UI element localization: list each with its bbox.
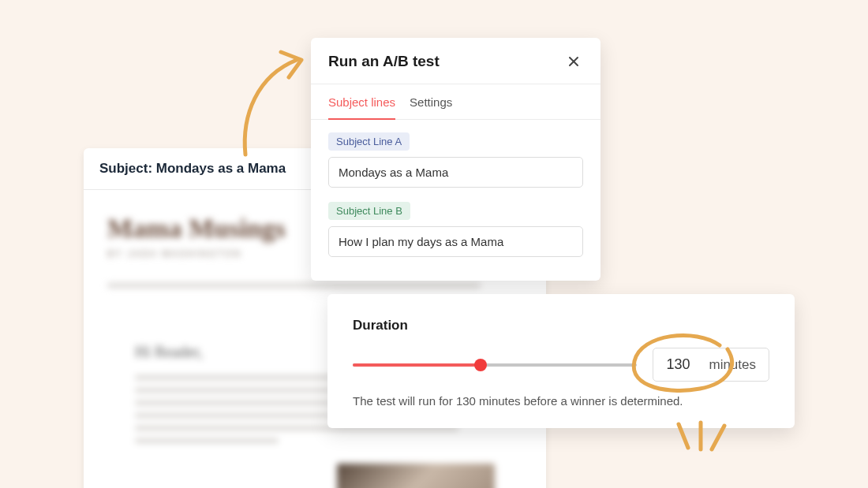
email-subject-text: Subject: Mondays as a Mama xyxy=(99,161,286,176)
subject-b-label: Subject Line B xyxy=(328,202,410,220)
duration-value-input[interactable] xyxy=(666,356,701,373)
ab-test-modal: Run an A/B test Subject lines Settings S… xyxy=(311,38,600,281)
close-button[interactable] xyxy=(564,52,583,71)
close-icon xyxy=(567,58,580,70)
modal-tabs: Subject lines Settings xyxy=(311,84,600,120)
duration-slider[interactable] xyxy=(353,359,637,371)
duration-title: Duration xyxy=(353,318,769,333)
modal-header: Run an A/B test xyxy=(311,38,600,84)
slider-thumb[interactable] xyxy=(474,359,487,371)
subject-b-input[interactable] xyxy=(328,226,583,257)
duration-input-box: minutes xyxy=(653,348,769,382)
duration-unit: minutes xyxy=(709,357,756,373)
tab-settings[interactable]: Settings xyxy=(410,95,452,120)
duration-row: minutes xyxy=(353,348,769,382)
duration-card: Duration minutes The test will run for 1… xyxy=(327,294,795,428)
annotation-arrow-icon xyxy=(234,44,320,162)
subject-a-label: Subject Line A xyxy=(328,132,410,151)
modal-title: Run an A/B test xyxy=(328,53,440,70)
tab-subject-lines[interactable]: Subject lines xyxy=(328,95,395,120)
duration-help-text: The test will run for 130 minutes before… xyxy=(353,394,769,408)
modal-body: Subject Line A Subject Line B xyxy=(311,120,600,281)
subject-a-input[interactable] xyxy=(328,157,583,188)
email-photo xyxy=(337,464,495,488)
